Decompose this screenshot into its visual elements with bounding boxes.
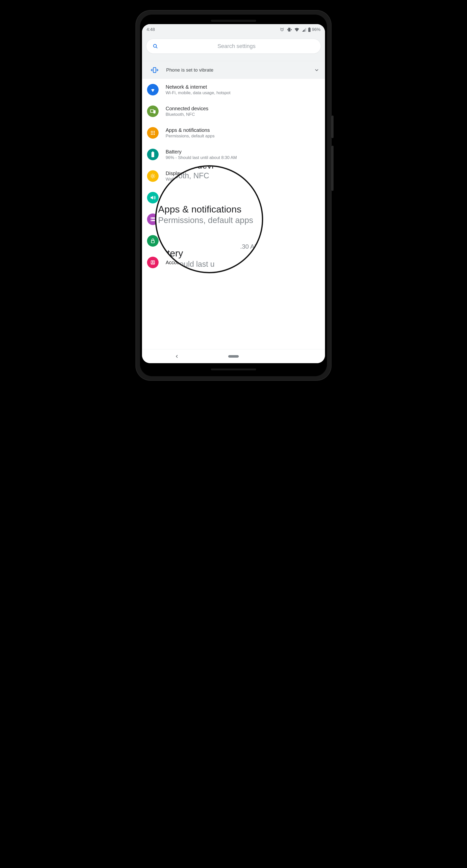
wifi-icon [147,84,158,95]
item-subtitle: Bluetooth, NFC [166,112,208,117]
settings-item-accounts[interactable]: Accounts [142,252,325,270]
svg-rect-0 [289,28,290,31]
battery-status: 96% [308,27,320,32]
svg-rect-5 [153,68,156,72]
battery-icon [147,149,158,160]
svg-point-3 [153,44,156,48]
item-title: Display [166,170,215,176]
item-subtitle: Volume, vibration, Do Not Disturb [166,198,229,204]
devices-icon [147,105,158,117]
item-subtitle: Wi-Fi, mobile, data usage, hotspot [166,90,231,95]
item-title: Sound [166,192,229,198]
power-button [331,116,333,138]
status-bar: 4:48 96% [142,24,325,35]
item-subtitle: Play Protect, screen lock, fingerprint [166,242,234,247]
item-title: Battery [166,149,237,155]
navigation-bar [142,349,325,363]
vibrate-icon [149,66,160,74]
screen: 4:48 96% [142,24,325,363]
settings-item-battery[interactable]: Battery 96% - Should last until about 8:… [142,144,325,165]
battery-percent: 96% [312,27,320,32]
search-input[interactable] [158,43,315,50]
item-title: Accounts [166,260,186,266]
lock-icon [147,235,158,247]
svg-point-18 [154,132,155,133]
vibrate-icon [287,27,292,32]
settings-list[interactable]: Network & internet Wi-Fi, mobile, data u… [142,79,325,349]
accounts-icon [147,257,158,268]
item-subtitle: 59% used - 25.95 GB free [166,220,215,225]
search-bar[interactable] [146,39,321,54]
svg-rect-22 [151,152,154,157]
home-handle[interactable] [228,355,239,358]
item-title: Storage [166,214,215,219]
settings-item-security[interactable]: Security & location Play Protect, screen… [142,230,325,252]
svg-point-17 [152,132,153,133]
svg-point-10 [152,91,153,92]
svg-point-19 [151,134,152,135]
item-title: Security & location [166,235,234,241]
settings-item-apps[interactable]: Apps & notifications Permissions, defaul… [142,122,325,144]
bottom-speaker [142,366,325,373]
settings-item-connected-devices[interactable]: Connected devices Bluetooth, NFC [142,100,325,122]
svg-point-16 [151,132,152,133]
storage-icon [147,214,158,225]
svg-rect-2 [309,27,310,28]
phone-frame: 4:48 96% [136,10,331,381]
wifi-icon [294,28,299,32]
alarm-icon [280,27,284,32]
status-message-text: Phone is set to vibrate [160,67,314,73]
svg-rect-12 [153,111,155,113]
svg-point-27 [151,218,152,218]
apps-icon [147,127,158,138]
item-title: Apps & notifications [166,127,215,133]
cell-signal-icon [302,28,307,32]
svg-line-4 [156,47,157,48]
svg-point-24 [152,175,154,177]
settings-item-sound[interactable]: Sound Volume, vibration, Do Not Disturb [142,187,325,209]
item-subtitle: Wallpaper, sleep, font size [166,177,215,182]
volume-rocker [331,146,333,191]
svg-point-20 [152,134,153,135]
phone-bezel: 4:48 96% [140,14,327,376]
display-icon [147,170,158,182]
svg-rect-23 [152,151,153,152]
svg-point-15 [154,131,155,132]
sound-icon [147,192,158,204]
earpiece-speaker [142,17,325,24]
item-title: Connected devices [166,106,208,112]
svg-point-31 [152,261,153,262]
item-subtitle: Permissions, default apps [166,134,215,138]
svg-point-13 [151,131,152,132]
settings-item-network[interactable]: Network & internet Wi-Fi, mobile, data u… [142,79,325,100]
svg-rect-11 [150,110,153,113]
status-time: 4:48 [147,27,155,32]
settings-item-storage[interactable]: Storage 59% used - 25.95 GB free [142,209,325,230]
svg-rect-29 [151,241,154,243]
svg-point-14 [152,131,153,132]
status-message-row[interactable]: Phone is set to vibrate [142,61,325,79]
svg-point-28 [151,220,152,221]
search-header [142,35,325,61]
svg-point-21 [154,134,155,135]
chevron-down-icon [314,67,319,73]
item-title: Network & internet [166,84,231,90]
back-icon[interactable] [175,354,179,359]
search-icon [152,43,158,49]
item-subtitle: 96% - Should last until about 8:30 AM [166,155,237,160]
settings-item-display[interactable]: Display Wallpaper, sleep, font size [142,165,325,187]
svg-rect-1 [308,28,311,32]
